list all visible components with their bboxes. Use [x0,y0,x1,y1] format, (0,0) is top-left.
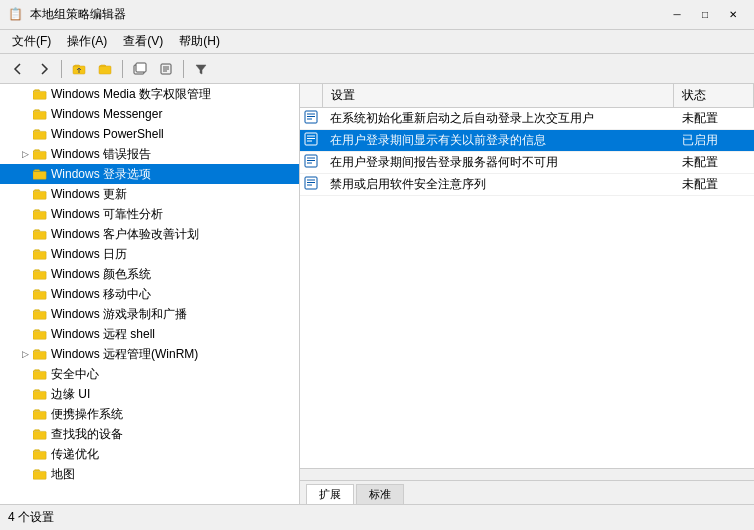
tree-item[interactable]: Windows 登录选项 [0,164,299,184]
menu-help[interactable]: 帮助(H) [171,31,228,52]
forward-button[interactable] [32,58,56,80]
svg-rect-9 [33,111,46,119]
tree-item-label: Windows 移动中心 [51,286,151,303]
svg-rect-17 [33,271,46,279]
tree-item[interactable]: 查找我的设备 [0,424,299,444]
tree-item-label: Windows 远程 shell [51,326,155,343]
svg-rect-22 [33,371,46,379]
tree-item-label: 便携操作系统 [51,406,123,423]
title-bar: 📋 本地组策略编辑器 ─ □ ✕ [0,0,754,30]
tree-item-label: Windows 客户体验改善计划 [51,226,199,243]
menu-view[interactable]: 查看(V) [115,31,171,52]
col-setting-label: 设置 [322,84,674,108]
tree-item-label: Windows 登录选项 [51,166,151,183]
filter-button[interactable] [189,58,213,80]
table-row[interactable]: 在用户登录期间显示有关以前登录的信息已启用 [300,130,754,152]
folder-icon [32,466,48,482]
svg-rect-15 [33,231,46,239]
close-button[interactable]: ✕ [720,5,746,25]
toolbar-sep-3 [183,60,184,78]
folder-icon [32,126,48,142]
folder-icon [32,366,48,382]
tree-item[interactable]: 传递优化 [0,444,299,464]
tree-item[interactable]: 边缘 UI [0,384,299,404]
tree-item[interactable]: Windows 游戏录制和广播 [0,304,299,324]
show-hide-button[interactable] [93,58,117,80]
table-row[interactable]: 在系统初始化重新启动之后自动登录上次交互用户未配置 [300,108,754,130]
tree-item[interactable]: Windows 可靠性分析 [0,204,299,224]
tree-item[interactable]: Windows 移动中心 [0,284,299,304]
folder-icon [32,246,48,262]
folder-icon [32,186,48,202]
settings-table: 设置 状态 在系统初始化重新启动之后自动登录上次交互用户未配置 在用户登录期间显… [300,84,754,468]
minimize-button[interactable]: ─ [664,5,690,25]
folder-icon [32,106,48,122]
col-status: 状态 [674,84,754,108]
properties-button[interactable] [154,58,178,80]
tree-item[interactable]: Windows 客户体验改善计划 [0,224,299,244]
svg-rect-27 [33,471,46,479]
tree-item-label: Windows Messenger [51,107,162,121]
svg-rect-21 [33,351,46,359]
tree-item[interactable]: Windows PowerShell [0,124,299,144]
folder-up-button[interactable] [67,58,91,80]
folder-icon [32,386,48,402]
tree-item[interactable]: Windows 颜色系统 [0,264,299,284]
tree-item-label: Windows 日历 [51,246,127,263]
tree-item[interactable]: Windows 远程 shell [0,324,299,344]
tree-item[interactable]: ▷ Windows 错误报告 [0,144,299,164]
row-label: 在用户登录期间报告登录服务器何时不可用 [322,152,674,174]
svg-rect-18 [33,291,46,299]
tree-item[interactable]: Windows Media 数字权限管理 [0,84,299,104]
new-window-button[interactable] [128,58,152,80]
svg-rect-8 [33,91,46,99]
tree-item-label: Windows PowerShell [51,127,164,141]
row-status: 未配置 [674,108,754,130]
tree-item-label: 地图 [51,466,75,483]
tree-item-label: Windows 可靠性分析 [51,206,163,223]
tab-bar: 扩展 标准 [300,480,754,504]
tree-item-label: Windows 远程管理(WinRM) [51,346,198,363]
folder-icon [32,166,48,182]
tree-item[interactable]: 地图 [0,464,299,484]
tree-item-label: 安全中心 [51,366,99,383]
menu-action[interactable]: 操作(A) [59,31,115,52]
row-status: 未配置 [674,174,754,196]
folder-icon [32,326,48,342]
tab-expand[interactable]: 扩展 [306,484,354,504]
svg-rect-10 [33,131,46,139]
row-icon [300,174,322,196]
tree-item[interactable]: 安全中心 [0,364,299,384]
svg-rect-3 [136,63,146,72]
menu-bar: 文件(F) 操作(A) 查看(V) 帮助(H) [0,30,754,54]
tree-item[interactable]: ▷ Windows 远程管理(WinRM) [0,344,299,364]
folder-icon [32,426,48,442]
row-icon [300,152,322,174]
table-row[interactable]: 在用户登录期间报告登录服务器何时不可用未配置 [300,152,754,174]
row-status: 未配置 [674,152,754,174]
row-label: 在用户登录期间显示有关以前登录的信息 [322,130,674,152]
toolbar-sep-1 [61,60,62,78]
svg-rect-20 [33,331,46,339]
tree-item[interactable]: Windows 日历 [0,244,299,264]
folder-icon [32,226,48,242]
table-row[interactable]: 禁用或启用软件安全注意序列未配置 [300,174,754,196]
tree-item[interactable]: Windows Messenger [0,104,299,124]
row-icon [300,108,322,130]
tree-panel: Windows Media 数字权限管理 Windows Messenger W… [0,84,300,504]
svg-rect-13 [33,191,46,199]
policy-table: 设置 状态 在系统初始化重新启动之后自动登录上次交互用户未配置 在用户登录期间显… [300,84,754,196]
tree-item-label: Windows 颜色系统 [51,266,151,283]
folder-icon [32,146,48,162]
svg-rect-26 [33,451,46,459]
tree-item[interactable]: Windows 更新 [0,184,299,204]
tab-standard[interactable]: 标准 [356,484,404,504]
back-button[interactable] [6,58,30,80]
status-text: 4 个设置 [8,509,54,526]
tree-item[interactable]: 便携操作系统 [0,404,299,424]
maximize-button[interactable]: □ [692,5,718,25]
row-label: 在系统初始化重新启动之后自动登录上次交互用户 [322,108,674,130]
folder-icon [32,306,48,322]
menu-file[interactable]: 文件(F) [4,31,59,52]
row-label: 禁用或启用软件安全注意序列 [322,174,674,196]
